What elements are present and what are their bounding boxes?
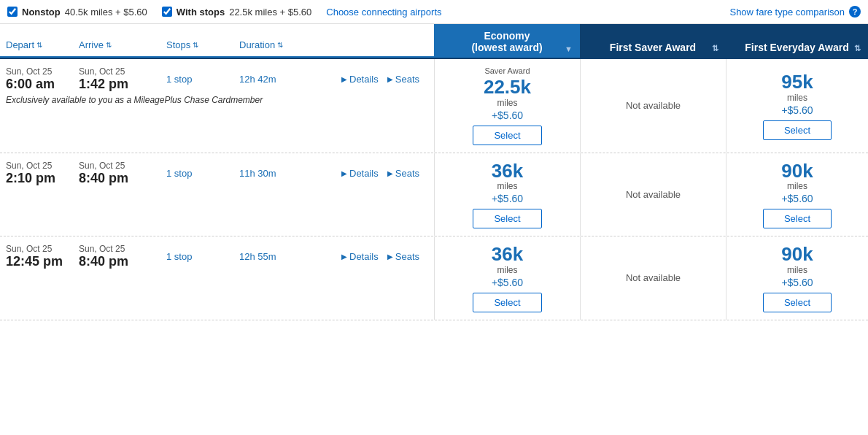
details-link[interactable]: ▶ Details [341, 74, 379, 85]
depart-sort-icon: ⇅ [36, 41, 42, 49]
first-everyday-award-cell: 90kmiles+$5.60Select [726, 236, 868, 320]
flight-dates-times: Sun, Oct 2512:45 pmSun, Oct 258:40 pm1 s… [6, 244, 428, 269]
first-everyday-miles: 90k [781, 244, 813, 265]
first-everyday-miles-label: miles [787, 93, 807, 103]
duration-col: 12h 55m [239, 251, 341, 262]
first-everyday-miles: 95k [781, 72, 813, 93]
details-arrow: ▶ [341, 169, 347, 177]
first-everyday-miles: 90k [781, 161, 813, 182]
arrive-date: Sun, Oct 25 [79, 66, 166, 77]
details-header-spacer [336, 46, 434, 53]
economy-select-button[interactable]: Select [473, 209, 541, 228]
duration-value: 12h 55m [239, 251, 341, 262]
nonstop-miles: 40.5k miles + $5.60 [65, 7, 147, 18]
economy-miles: 36k [492, 161, 523, 182]
fare-comparison-link[interactable]: Show fare type comparison ? [729, 6, 861, 18]
duration-value: 11h 30m [239, 168, 341, 179]
arrive-sort-icon: ⇅ [106, 41, 112, 49]
nonstop-checkbox[interactable] [7, 7, 18, 17]
duration-value: 12h 42m [239, 74, 341, 85]
first-everyday-header[interactable]: First Everyday Award ⇅ [726, 24, 868, 58]
economy-sort-arrow: ▼ [565, 45, 573, 53]
depart-header[interactable]: Depart ⇅ [0, 35, 73, 53]
economy-label-line1: Economy [484, 30, 530, 42]
economy-miles: 22.5k [484, 77, 531, 98]
first-everyday-select-button[interactable]: Select [763, 293, 832, 312]
column-headers: Depart ⇅ Arrive ⇅ Stops ⇅ Duration ⇅ Eco… [0, 24, 868, 59]
economy-award-cell: Saver Award22.5kmiles+$5.60Select [434, 59, 580, 153]
first-saver-not-available: Not available [626, 189, 681, 200]
depart-time: 2:10 pm [6, 171, 79, 186]
economy-fee: +$5.60 [492, 109, 523, 121]
first-everyday-award-cell: 90kmiles+$5.60Select [726, 153, 868, 236]
economy-select-button[interactable]: Select [473, 293, 541, 312]
top-bar: Nonstop 40.5k miles + $5.60 With stops 2… [0, 0, 868, 24]
depart-date: Sun, Oct 25 [6, 66, 79, 77]
seats-link[interactable]: ▶ Seats [387, 168, 419, 179]
arrive-col: Sun, Oct 258:40 pm [79, 161, 166, 186]
arrive-time: 1:42 pm [79, 77, 166, 92]
first-saver-sort-arrows: ⇅ [712, 44, 718, 53]
economy-award-cell: 36kmiles+$5.60Select [434, 236, 580, 320]
arrive-header[interactable]: Arrive ⇅ [73, 35, 160, 53]
stops-col: 1 stop [166, 168, 239, 179]
choose-airports-link[interactable]: Choose connecting airports [326, 7, 441, 18]
seats-link[interactable]: ▶ Seats [387, 74, 419, 85]
details-arrow: ▶ [341, 75, 347, 83]
with-stops-checkbox[interactable] [162, 7, 172, 17]
depart-date: Sun, Oct 25 [6, 161, 79, 171]
first-saver-not-available: Not available [626, 272, 681, 283]
seats-arrow: ▶ [387, 75, 393, 83]
stops-header[interactable]: Stops ⇅ [160, 35, 233, 53]
first-everyday-miles-label: miles [787, 181, 807, 191]
with-stops-miles: 22.5k miles + $5.60 [229, 7, 311, 18]
arrive-time: 8:40 pm [79, 171, 166, 186]
first-everyday-miles-label: miles [787, 265, 807, 275]
stops-value: 1 stop [166, 74, 239, 85]
first-everyday-fee: +$5.60 [781, 193, 813, 204]
economy-miles: 36k [492, 244, 523, 265]
first-everyday-select-button[interactable]: Select [763, 209, 832, 228]
details-link[interactable]: ▶ Details [341, 251, 379, 262]
duration-col: 12h 42m [239, 74, 341, 85]
details-arrow: ▶ [341, 253, 347, 261]
stops-value: 1 stop [166, 168, 239, 179]
details-link[interactable]: ▶ Details [341, 168, 379, 179]
economy-label-line2: (lowest award) [471, 42, 542, 53]
arrive-time: 8:40 pm [79, 254, 166, 269]
first-saver-award-cell: Not available [580, 153, 726, 236]
depart-col: Sun, Oct 256:00 am [6, 66, 79, 92]
flight-dates-times: Sun, Oct 252:10 pmSun, Oct 258:40 pm1 st… [6, 161, 428, 186]
first-saver-not-available: Not available [626, 100, 681, 111]
economy-miles-label: miles [497, 98, 517, 108]
economy-select-button[interactable]: Select [473, 126, 541, 145]
first-everyday-sort-arrows: ⇅ [854, 44, 861, 53]
flight-columns-header: Depart ⇅ Arrive ⇅ Stops ⇅ Duration ⇅ [0, 24, 434, 58]
flight-dates-times: Sun, Oct 256:00 amSun, Oct 251:42 pm1 st… [6, 66, 428, 92]
economy-award-cell: 36kmiles+$5.60Select [434, 153, 580, 236]
economy-header[interactable]: Economy (lowest award) ▼ [434, 24, 580, 58]
first-everyday-select-button[interactable]: Select [763, 120, 832, 140]
first-everyday-fee: +$5.60 [781, 277, 813, 288]
first-saver-header[interactable]: First Saver Award ⇅ [580, 24, 726, 58]
depart-col: Sun, Oct 2512:45 pm [6, 244, 79, 269]
with-stops-filter[interactable]: With stops 22.5k miles + $5.60 [162, 7, 311, 18]
arrive-col: Sun, Oct 251:42 pm [79, 66, 166, 92]
flight-links-col: ▶ Details▶ Seats [341, 251, 440, 262]
flight-links-col: ▶ Details▶ Seats [341, 168, 440, 179]
stops-sort-icon: ⇅ [193, 41, 198, 49]
help-icon[interactable]: ? [849, 6, 861, 18]
seats-arrow: ▶ [387, 169, 393, 177]
flight-info-cell: Sun, Oct 252:10 pmSun, Oct 258:40 pm1 st… [0, 153, 434, 236]
fare-comparison-label: Show fare type comparison [729, 7, 845, 18]
flight-links-col: ▶ Details▶ Seats [341, 74, 440, 85]
first-saver-award-cell: Not available [580, 236, 726, 320]
depart-time: 12:45 pm [6, 254, 79, 269]
nonstop-filter[interactable]: Nonstop 40.5k miles + $5.60 [7, 7, 147, 18]
economy-miles-label: miles [497, 265, 517, 275]
economy-miles-label: miles [497, 181, 517, 191]
seats-link[interactable]: ▶ Seats [387, 251, 419, 262]
economy-fee: +$5.60 [492, 193, 523, 204]
duration-header[interactable]: Duration ⇅ [233, 35, 336, 53]
flight-row: Sun, Oct 2512:45 pmSun, Oct 258:40 pm1 s… [0, 236, 868, 320]
